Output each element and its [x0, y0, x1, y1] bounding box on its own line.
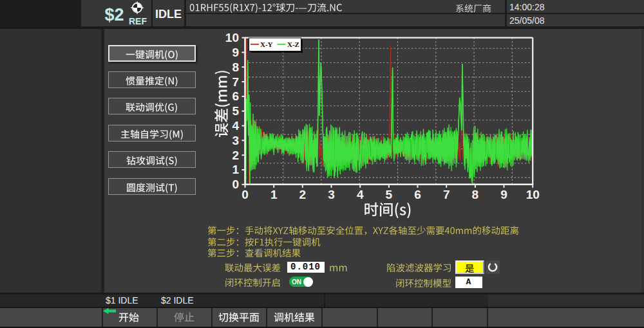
svg-text:0: 0	[242, 188, 249, 201]
svg-text:4: 4	[232, 119, 239, 132]
svg-text:7: 7	[443, 188, 450, 201]
svg-text:3: 3	[232, 134, 239, 147]
svg-text:9: 9	[232, 46, 239, 59]
svg-text:7: 7	[232, 75, 239, 89]
svg-text:5: 5	[386, 188, 393, 201]
svg-text:8: 8	[472, 188, 479, 201]
svg-text:1: 1	[270, 188, 278, 201]
svg-text:6: 6	[414, 188, 421, 201]
svg-text:6: 6	[232, 89, 239, 103]
svg-text:5: 5	[232, 104, 239, 118]
svg-text:2: 2	[232, 149, 239, 162]
svg-text:X-Y: X-Y	[260, 41, 273, 48]
svg-text:3: 3	[328, 188, 335, 201]
svg-text:2: 2	[299, 188, 307, 201]
svg-text:0: 0	[232, 178, 239, 191]
svg-text:10: 10	[526, 188, 540, 201]
svg-text:4: 4	[357, 188, 364, 201]
svg-text:1: 1	[232, 163, 239, 176]
svg-text:X-Z: X-Z	[287, 41, 299, 48]
svg-text:9: 9	[500, 188, 507, 201]
svg-text:10: 10	[225, 31, 239, 44]
svg-text:8: 8	[232, 60, 239, 74]
